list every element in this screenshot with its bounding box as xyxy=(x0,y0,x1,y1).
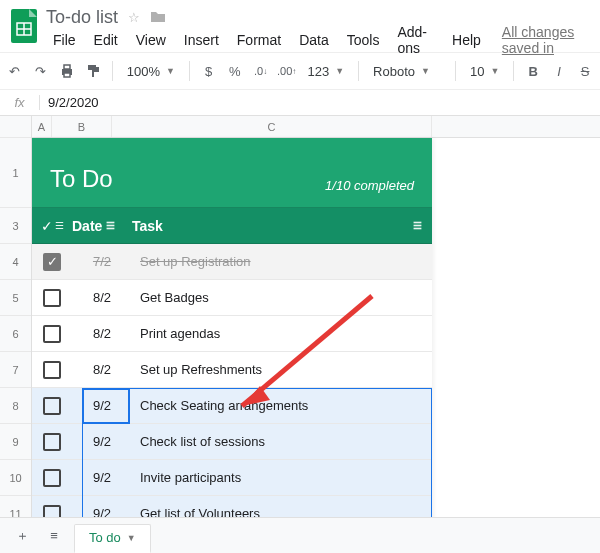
sheet-tab[interactable]: To do▼ xyxy=(74,524,151,554)
font-size-value: 10 xyxy=(470,64,484,79)
chevron-down-icon: ▼ xyxy=(166,66,175,76)
sheet-tab-label: To do xyxy=(89,530,121,545)
task-checkbox[interactable] xyxy=(43,289,61,307)
menu-file[interactable]: File xyxy=(46,30,83,50)
task-checkbox[interactable] xyxy=(43,469,61,487)
number-format-dropdown[interactable]: 123▼ xyxy=(302,64,351,79)
bold-button[interactable]: B xyxy=(522,58,544,84)
row-header[interactable]: 3 xyxy=(0,208,31,244)
undo-icon[interactable]: ↶ xyxy=(4,58,26,84)
col-header[interactable]: A xyxy=(32,116,52,137)
col-header[interactable]: B xyxy=(52,116,112,137)
task-date[interactable]: 9/2 xyxy=(72,398,132,413)
task-row[interactable]: 9/2 Check Seating arrangements xyxy=(32,388,432,424)
star-icon[interactable]: ☆ xyxy=(128,10,140,25)
row-header[interactable]: 10 xyxy=(0,460,31,496)
task-checkbox[interactable] xyxy=(43,361,61,379)
row-header[interactable]: 8 xyxy=(0,388,31,424)
menu-view[interactable]: View xyxy=(129,30,173,50)
font-size-dropdown[interactable]: 10▼ xyxy=(464,64,505,79)
filter-icon: ☰ xyxy=(106,220,115,231)
row-header[interactable]: 5 xyxy=(0,280,31,316)
chevron-down-icon: ▼ xyxy=(421,66,430,76)
all-sheets-icon[interactable]: ≡ xyxy=(42,524,66,548)
menu-help[interactable]: Help xyxy=(445,30,488,50)
task-date[interactable]: 7/2 xyxy=(72,254,132,269)
task-text[interactable]: Print agendas xyxy=(132,326,432,341)
task-text[interactable]: Invite participants xyxy=(132,470,432,485)
task-date[interactable]: 8/2 xyxy=(72,290,132,305)
task-checkbox[interactable] xyxy=(43,433,61,451)
sheets-app-icon[interactable] xyxy=(8,6,40,46)
svg-rect-6 xyxy=(64,73,70,77)
col-header[interactable]: C xyxy=(112,116,432,137)
font-family-value: Roboto xyxy=(373,64,415,79)
format-percent-button[interactable]: % xyxy=(224,58,246,84)
menu-insert[interactable]: Insert xyxy=(177,30,226,50)
add-sheet-icon[interactable]: ＋ xyxy=(10,524,34,548)
zoom-dropdown[interactable]: 100%▼ xyxy=(121,64,181,79)
formula-bar-input[interactable]: 9/2/2020 xyxy=(40,95,99,110)
menu-edit[interactable]: Edit xyxy=(87,30,125,50)
zoom-value: 100% xyxy=(127,64,160,79)
row-header[interactable]: 7 xyxy=(0,352,31,388)
task-row[interactable]: 9/2 Invite participants xyxy=(32,460,432,496)
document-title[interactable]: To-do list xyxy=(46,7,118,28)
menu-addons[interactable]: Add-ons xyxy=(390,22,441,58)
filter-icon: ☰ xyxy=(413,220,422,231)
row-header[interactable]: 6 xyxy=(0,316,31,352)
strikethrough-button[interactable]: S xyxy=(574,58,596,84)
fx-label: fx xyxy=(0,95,40,110)
redo-icon[interactable]: ↷ xyxy=(30,58,52,84)
folder-icon[interactable] xyxy=(150,9,166,26)
page-title: To Do xyxy=(50,165,113,193)
header-date-col[interactable]: Date☰ xyxy=(72,218,132,234)
paint-format-icon[interactable] xyxy=(82,58,104,84)
header-task-col[interactable]: Task☰ xyxy=(132,218,432,234)
task-date[interactable]: 8/2 xyxy=(72,362,132,377)
svg-rect-5 xyxy=(64,65,70,69)
menu-format[interactable]: Format xyxy=(230,30,288,50)
task-text[interactable]: Get Badges xyxy=(132,290,432,305)
filter-icon: ☰ xyxy=(55,220,64,231)
task-date[interactable]: 9/2 xyxy=(72,434,132,449)
task-row[interactable]: 8/2 Get Badges xyxy=(32,280,432,316)
task-checkbox[interactable] xyxy=(43,397,61,415)
svg-rect-7 xyxy=(88,65,96,70)
task-row[interactable]: 8/2 Print agendas xyxy=(32,316,432,352)
italic-button[interactable]: I xyxy=(548,58,570,84)
increase-decimal-button[interactable]: .00↑ xyxy=(276,58,298,84)
task-text[interactable]: Check Seating arrangements xyxy=(132,398,432,413)
task-checkbox[interactable]: ✓ xyxy=(43,253,61,271)
select-all-corner[interactable] xyxy=(0,116,31,138)
task-row[interactable]: 8/2 Set up Refreshments xyxy=(32,352,432,388)
toolbar: ↶ ↷ 100%▼ $ % .0↓ .00↑ 123▼ Roboto▼ 10▼ … xyxy=(0,52,600,90)
task-text[interactable]: Set up Refreshments xyxy=(132,362,432,377)
menu-data[interactable]: Data xyxy=(292,30,336,50)
font-family-dropdown[interactable]: Roboto▼ xyxy=(367,64,447,79)
row-header[interactable]: 4 xyxy=(0,244,31,280)
header-check-col[interactable]: ✓☰ xyxy=(32,218,72,234)
decrease-decimal-button[interactable]: .0↓ xyxy=(250,58,272,84)
row-header[interactable]: 9 xyxy=(0,424,31,460)
task-row[interactable]: ✓ 7/2 Set up Registration xyxy=(32,244,432,280)
save-status[interactable]: All changes saved in xyxy=(502,24,592,56)
format-currency-button[interactable]: $ xyxy=(198,58,220,84)
task-date[interactable]: 8/2 xyxy=(72,326,132,341)
task-date[interactable]: 9/2 xyxy=(72,470,132,485)
task-checkbox[interactable] xyxy=(43,325,61,343)
chevron-down-icon: ▼ xyxy=(490,66,499,76)
chevron-down-icon: ▼ xyxy=(335,66,344,76)
completion-status: 1/10 completed xyxy=(325,178,414,193)
task-text[interactable]: Set up Registration xyxy=(132,254,432,269)
menu-bar: File Edit View Insert Format Data Tools … xyxy=(46,28,592,52)
row-header[interactable]: 1 xyxy=(0,138,31,208)
chevron-down-icon: ▼ xyxy=(127,533,136,543)
menu-tools[interactable]: Tools xyxy=(340,30,387,50)
task-row[interactable]: 9/2 Check list of sessions xyxy=(32,424,432,460)
task-text[interactable]: Check list of sessions xyxy=(132,434,432,449)
print-icon[interactable] xyxy=(56,58,78,84)
